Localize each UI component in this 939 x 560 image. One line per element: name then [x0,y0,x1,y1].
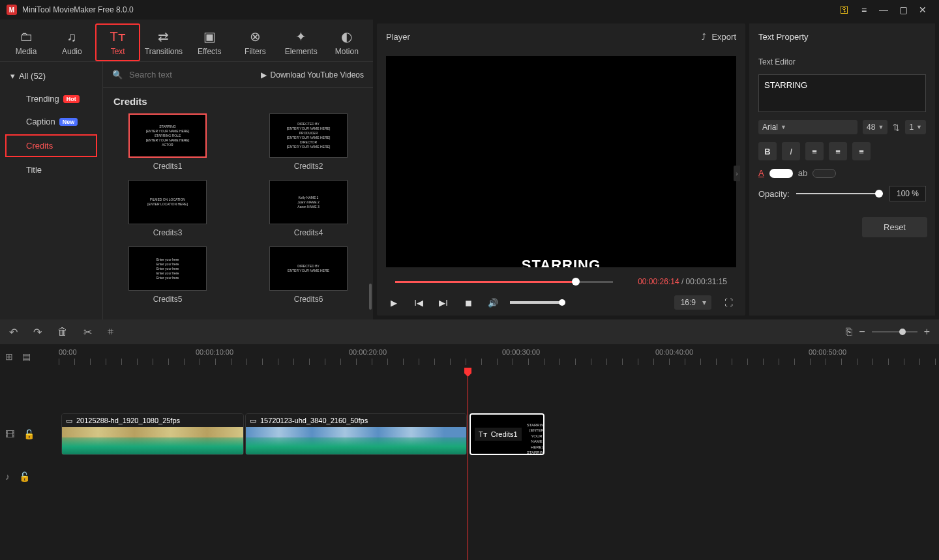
app-logo: M [7,5,17,15]
size-select[interactable]: 48▼ [863,120,887,134]
redo-button[interactable]: ↷ [33,326,42,338]
credit-item-6[interactable]: DIRECTED BY ENTER YOUR NAME HERECredits6 [254,246,363,304]
motion-icon: ◐ [341,29,352,44]
italic-button[interactable]: I [782,142,800,160]
export-button[interactable]: ⤴Export [702,32,736,42]
playhead[interactable] [468,368,468,560]
credit-item-4[interactable]: Kelly NAME 1 Joann NAME 2 Aaron NAME 3Cr… [254,180,363,237]
stop-button[interactable]: ◼ [460,295,476,310]
credit-thumb: STARRING [ENTER YOUR NAME HERE] STARRING… [128,113,207,158]
credit-item-3[interactable]: FILMED ON LOCATION [ENTER LOCATION HERE]… [113,180,222,237]
panel-collapse-handle[interactable]: › [734,166,740,181]
tab-media[interactable]: 🗀Media [4,23,48,61]
align-center-button[interactable]: ≡ [829,142,847,160]
split-button[interactable]: ✂ [83,326,92,338]
tab-text[interactable]: TᴛText [95,23,140,61]
highlight-color-swatch[interactable] [812,169,836,178]
tab-effects[interactable]: ▣Effects [187,23,231,61]
text-icon: Tᴛ [110,29,126,44]
fit-button[interactable]: ⎘ [846,326,852,338]
audio-track-icon: ♪ [5,471,10,482]
panel-title: Text Property [749,23,935,50]
menu-icon[interactable]: ≡ [854,0,874,20]
align-left-button[interactable]: ≡ [805,142,824,160]
youtube-download-link[interactable]: ▶Download YouTube Videos [261,70,364,80]
bold-button[interactable]: B [758,142,777,160]
opacity-slider[interactable] [796,193,883,194]
text-color-icon: A [758,168,764,178]
crop-button[interactable]: ⌗ [108,326,113,338]
chevron-down-icon: ▾ [10,71,15,81]
close-button[interactable]: ✕ [913,0,932,20]
chevron-down-icon: ▼ [916,124,922,130]
export-icon: ⤴ [702,32,706,42]
tab-elements[interactable]: ✦Elements [279,23,323,61]
lock-icon[interactable]: 🔓 [19,471,30,482]
highlight-icon: ab [798,168,807,178]
video-track-icon: 🎞 [5,429,14,439]
youtube-icon: ▶ [261,70,267,80]
credit-thumb: Enter your here Enter your here Enter yo… [128,246,207,291]
tab-filters[interactable]: ⊗Filters [233,23,277,61]
volume-icon[interactable]: 🔊 [485,295,501,310]
credit-item-2[interactable]: DIRECTED BY [ENTER YOUR NAME HERE] PRODU… [254,113,363,171]
timeline-clip-2[interactable]: ▭15720123-uhd_3840_2160_50fps [245,413,467,455]
time-display: 00:00:26:14 / 00:00:31:15 [638,277,727,286]
sidebar-item-caption[interactable]: CaptionNew [0,110,102,133]
new-badge: New [59,118,78,126]
font-select[interactable]: Arial▼ [758,120,857,134]
zoom-in-button[interactable]: + [924,326,930,338]
line-spacing-icon: ⇅ [893,123,900,132]
credit-thumb: Kelly NAME 1 Joann NAME 2 Aaron NAME 3 [269,180,348,224]
text-input[interactable] [758,74,926,112]
reset-button[interactable]: Reset [862,217,927,237]
fullscreen-button[interactable]: ⛶ [721,295,736,310]
volume-slider[interactable] [510,301,562,304]
align-right-button[interactable]: ≡ [852,142,871,160]
lock-icon[interactable]: 🔓 [23,429,35,439]
timeline-ruler[interactable]: ⊞ ▤ 00:00 00:00:10:00 00:00:20:00 00:00:… [0,344,939,369]
tab-transitions[interactable]: ⇄Transitions [142,23,186,61]
zoom-slider[interactable] [872,331,917,332]
elements-icon: ✦ [295,29,306,44]
sidebar-all[interactable]: ▾All (52) [0,65,102,87]
sidebar-item-credits[interactable]: Credits [5,134,97,157]
timeline-clip-credits[interactable]: TᴛCredits1 STARRING [ENTER YOUR NAME HER… [470,413,544,455]
credit-item-1[interactable]: STARRING [ENTER YOUR NAME HERE] STARRING… [113,113,222,171]
undo-button[interactable]: ↶ [9,326,18,338]
sidebar-item-trending[interactable]: TrendingHot [0,87,102,110]
video-icon: ▭ [66,417,72,425]
track-layers-icon[interactable]: ▤ [22,351,31,362]
sidebar-item-title[interactable]: Title [0,158,102,181]
scrollbar[interactable] [369,284,372,310]
delete-button[interactable]: 🗑 [57,326,68,338]
credit-item-5[interactable]: Enter your here Enter your here Enter yo… [113,246,222,304]
video-text-overlay: STARRING [522,257,601,267]
tab-motion[interactable]: ◐Motion [325,23,369,61]
maximize-button[interactable]: ▢ [893,0,913,20]
chevron-down-icon: ▼ [878,124,884,130]
tab-audio[interactable]: ♫Audio [50,23,94,61]
folder-icon: 🗀 [20,29,33,44]
playback-scrubber[interactable] [395,278,613,286]
minimize-button[interactable]: — [874,0,893,20]
play-button[interactable]: ▶ [386,295,402,310]
credit-thumb: FILMED ON LOCATION [ENTER LOCATION HERE] [128,180,207,224]
player-title: Player [386,32,410,42]
video-icon: ▭ [250,417,256,425]
search-input[interactable] [129,70,254,80]
app-title: MiniTool MovieMaker Free 8.0.0 [22,5,134,14]
timeline-clip-1[interactable]: ▭20125288-hd_1920_1080_25fps [61,413,244,455]
key-icon[interactable]: ⚿ [835,0,854,20]
filters-icon: ⊗ [250,29,261,44]
add-track-icon[interactable]: ⊞ [5,351,13,362]
effects-icon: ▣ [203,29,216,44]
prev-frame-button[interactable]: I◀ [411,295,426,310]
zoom-out-button[interactable]: − [859,326,865,338]
next-frame-button[interactable]: ▶I [436,295,451,310]
transitions-icon: ⇄ [158,29,169,44]
video-preview[interactable]: STARRING [386,56,736,267]
text-color-swatch[interactable] [769,169,793,178]
line-spacing-select[interactable]: 1▼ [905,120,926,134]
aspect-ratio-select[interactable]: 16:9 [674,295,711,310]
